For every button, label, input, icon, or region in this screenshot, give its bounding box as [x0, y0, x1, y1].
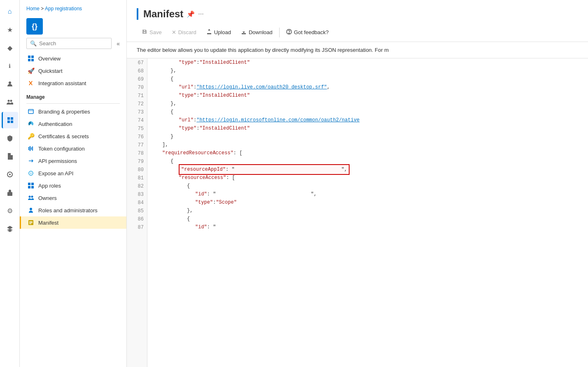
overview-icon [28, 55, 34, 62]
line-number-71: 71 [127, 91, 147, 100]
code-line-67: "type": "InstalledClient" [154, 58, 588, 67]
save-button[interactable]: Save [137, 26, 167, 38]
feedback-icon [286, 29, 292, 36]
manifest-icon [28, 219, 34, 226]
sidebar-item-certificates-label: Certificates & secrets [38, 133, 89, 139]
sidebar-item-app-roles[interactable]: App roles [20, 179, 126, 192]
app-icon: {} [26, 18, 43, 35]
code-editor[interactable]: "type": "InstalledClient" }, { "url": "h… [147, 58, 588, 367]
authentication-icon [28, 121, 34, 127]
sidebar-item-token[interactable]: Token configuration [20, 142, 126, 155]
line-number-81: 81 [127, 174, 147, 182]
collapse-sidebar-button[interactable]: « [115, 39, 121, 48]
breadcrumb-app-reg[interactable]: App registrations [45, 6, 82, 12]
svg-rect-30 [207, 33, 211, 34]
code-line-87: "id": " [154, 223, 588, 231]
code-line-76: } [154, 132, 588, 141]
search-input[interactable] [39, 40, 108, 46]
shield-nav-icon[interactable] [2, 130, 18, 146]
svg-point-7 [9, 174, 11, 175]
sidebar-item-token-label: Token configuration [38, 146, 85, 152]
line-number-82: 82 [127, 182, 147, 190]
sidebar-item-quickstart[interactable]: 🚀 Quickstart [20, 65, 126, 77]
gear-nav-icon[interactable] [2, 166, 18, 183]
sidebar-item-api-permissions[interactable]: API permissions [20, 155, 126, 167]
app-roles-icon [28, 182, 34, 189]
manage-section-header: Manage [20, 89, 126, 102]
svg-rect-6 [11, 121, 13, 123]
svg-rect-17 [31, 147, 32, 150]
code-line-80: "resourceAppId": " ", [154, 165, 588, 174]
line-number-72: 72 [127, 100, 147, 108]
svg-rect-21 [28, 186, 30, 188]
sidebar-item-quickstart-label: Quickstart [38, 68, 63, 74]
code-line-86: { [154, 215, 588, 223]
description-bar: The editor below allows you to update th… [127, 42, 588, 58]
download-button[interactable]: Download [236, 26, 278, 38]
sidebar-item-authentication[interactable]: Authentication [20, 118, 126, 130]
svg-rect-13 [28, 109, 33, 114]
svg-rect-29 [29, 223, 31, 224]
svg-point-2 [10, 100, 12, 102]
sidebar-item-manifest-label: Manifest [38, 220, 58, 226]
svg-rect-19 [28, 183, 30, 185]
line-number-74: 74 [127, 116, 147, 124]
lock-nav-icon[interactable] [2, 184, 18, 201]
breadcrumb-home[interactable]: Home [26, 6, 40, 12]
breadcrumb-separator: > [41, 6, 45, 12]
svg-rect-15 [28, 147, 29, 150]
line-numbers: 67 68 69 70 71 72 73 74 75 76 77 78 79 8… [127, 58, 147, 367]
line-number-78: 78 [127, 149, 147, 157]
upload-icon [206, 29, 212, 36]
svg-point-23 [29, 196, 31, 198]
svg-rect-3 [7, 117, 10, 120]
svg-rect-16 [30, 146, 30, 151]
sidebar-item-overview[interactable]: Overview [20, 52, 126, 65]
line-number-68: 68 [127, 67, 147, 75]
line-number-76: 76 [127, 132, 147, 141]
svg-rect-22 [31, 186, 34, 188]
home-nav-icon[interactable]: ⌂ [2, 3, 18, 20]
page-title-area: Manifest 📌 ··· [137, 8, 578, 20]
feedback-button[interactable]: Got feedback? [281, 26, 334, 38]
roles-admin-icon [28, 207, 34, 214]
sidebar-item-branding[interactable]: Branding & properties [20, 105, 126, 118]
branding-icon [28, 108, 34, 115]
editor-area[interactable]: 67 68 69 70 71 72 73 74 75 76 77 78 79 8… [127, 58, 588, 367]
main-header: Manifest 📌 ··· Save ✕ Discard Upload [127, 0, 588, 42]
svg-rect-4 [11, 117, 13, 120]
layers-nav-icon[interactable] [2, 221, 18, 237]
discard-button[interactable]: ✕ Discard [167, 27, 201, 38]
code-line-73: { [154, 108, 588, 116]
sidebar-item-owners[interactable]: Owners [20, 192, 126, 204]
sidebar-item-expose-api[interactable]: Expose an API [20, 167, 126, 179]
sidebar-item-integration[interactable]: Integration assistant [20, 77, 126, 89]
code-line-77: ], [154, 141, 588, 149]
sidebar-item-roles-admin[interactable]: Roles and administrators [20, 204, 126, 216]
code-line-70: "url": "https://login.live.com/oauth20_d… [154, 83, 588, 91]
main-content: Manifest 📌 ··· Save ✕ Discard Upload [127, 0, 588, 367]
settings2-nav-icon[interactable]: ⚙ [2, 202, 18, 219]
pin-icon[interactable]: 📌 [187, 10, 195, 18]
info-nav-icon[interactable]: ℹ [2, 58, 18, 74]
user-nav-icon[interactable] [2, 76, 18, 92]
diamond-nav-icon[interactable]: ◆ [2, 39, 18, 56]
line-number-80: 80 [127, 165, 147, 174]
icon-bar: ⌂ ★ ◆ ℹ ⚙ [0, 0, 20, 367]
code-line-74: "url": "https://login.microsoftonline.co… [154, 116, 588, 124]
upload-button[interactable]: Upload [201, 26, 236, 38]
line-number-84: 84 [127, 198, 147, 207]
line-number-67: 67 [127, 58, 147, 67]
sidebar-item-roles-admin-label: Roles and administrators [38, 207, 98, 214]
code-line-84: "type": "Scope" [154, 198, 588, 207]
sidebar-item-certificates[interactable]: 🔑 Certificates & secrets [20, 130, 126, 142]
sidebar-item-authentication-label: Authentication [38, 121, 72, 127]
svg-point-0 [9, 81, 11, 84]
sidebar-item-manifest[interactable]: Manifest [20, 216, 126, 229]
toolbar: Save ✕ Discard Upload Download [137, 26, 578, 42]
grid-nav-icon[interactable] [2, 112, 18, 128]
more-options-icon[interactable]: ··· [198, 10, 203, 18]
users-nav-icon[interactable] [2, 94, 18, 110]
file-nav-icon[interactable] [2, 148, 18, 165]
favorites-nav-icon[interactable]: ★ [2, 21, 18, 38]
